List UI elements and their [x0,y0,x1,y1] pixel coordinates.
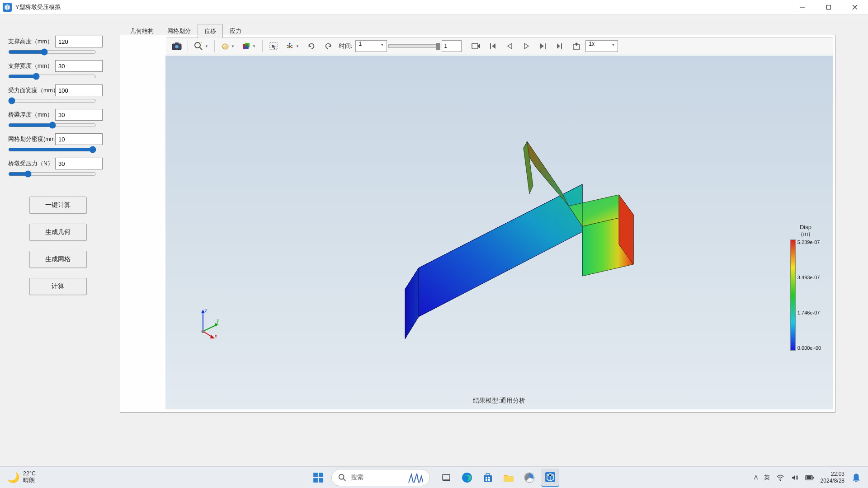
param-slider-force-face-width[interactable] [8,97,96,104]
export-animation-button[interactable] [569,38,584,54]
notification-icon[interactable] [851,472,862,483]
viewport-frame: ▼ ▼ ▼ ▼ 时间: 1▼ 1x▼ [120,35,835,413]
next-frame-button[interactable] [535,38,551,54]
svg-marker-24 [419,184,582,317]
wifi-icon[interactable] [776,474,784,482]
param-slider-beam-thickness[interactable] [8,122,96,129]
prev-frame-button[interactable] [502,38,517,54]
record-button[interactable] [468,38,484,54]
speed-select[interactable]: 1x▼ [585,40,618,52]
volume-icon[interactable] [791,474,799,482]
app-content: 支撑高度（mm） 支撑宽度（mm） 受力面宽度（mm） 桥梁厚度（mm） [0,15,868,466]
search-art-icon [408,472,423,483]
legend-tick: 3.493e-07 [797,275,821,280]
svg-rect-49 [443,474,450,480]
current-app-icon[interactable] [541,469,559,487]
svg-rect-18 [472,43,478,49]
param-input-mesh-density[interactable] [55,133,103,145]
first-frame-button[interactable] [485,38,500,54]
svg-rect-53 [486,474,490,476]
select-mode-button[interactable] [266,38,281,54]
param-input-pier-pressure[interactable] [55,158,103,169]
svg-rect-54 [486,477,487,479]
start-button[interactable] [309,469,328,487]
svg-rect-56 [486,479,487,481]
task-view-button[interactable] [437,469,455,487]
taskbar-clock[interactable]: 22:03 2024/8/28 [821,471,844,484]
transparency-button[interactable]: ▼ [239,38,259,54]
legend-tick: 1.746e-07 [797,310,821,315]
play-button[interactable] [519,38,534,54]
tab-displacement[interactable]: 位移 [198,24,223,38]
legend-tick: 5.239e-07 [797,239,821,245]
svg-rect-46 [319,478,323,483]
ime-indicator[interactable]: 英 [764,474,770,482]
one-click-compute-button[interactable]: 一键计算 [29,197,87,214]
svg-rect-50 [443,480,450,481]
svg-line-8 [200,47,202,50]
close-button[interactable] [842,0,868,15]
clock-date: 2024/8/28 [821,478,844,484]
param-slider-mesh-density[interactable] [8,146,96,153]
param-pier-pressure: 桥墩受压力（N） [8,158,108,178]
svg-line-35 [203,325,217,331]
weather-cond: 晴朗 [23,477,36,484]
edge-browser-icon[interactable] [458,469,476,487]
generate-geometry-button[interactable]: 生成几何 [29,224,87,241]
param-input-support-width[interactable] [55,60,103,72]
svg-line-48 [344,479,346,481]
param-force-face-width: 受力面宽度（mm） [8,84,108,105]
param-label: 网格划分密度(mm) [8,136,53,143]
maximize-button[interactable] [816,0,842,15]
compute-button[interactable]: 计算 [29,278,87,295]
svg-point-10 [223,45,226,47]
taskbar-weather[interactable]: 🌙 22°C 晴朗 [7,470,36,484]
param-slider-pier-pressure[interactable] [8,170,96,178]
svg-marker-38 [210,335,215,338]
moon-icon: 🌙 [7,472,19,483]
go-to-view-button[interactable]: ▼ [283,38,302,54]
legend-title-2: （m） [797,230,814,238]
param-input-beam-thickness[interactable] [55,109,103,121]
time-select[interactable]: 1▼ [355,40,387,52]
file-explorer-icon[interactable] [500,469,518,487]
time-spinner[interactable] [442,40,462,52]
snapshot-button[interactable] [169,38,184,54]
system-tray: ᐱ 英 22:03 2024/8/28 [754,471,868,484]
last-frame-button[interactable] [552,38,567,54]
minimize-button[interactable] [789,0,816,15]
clock-time: 22:03 [821,471,844,477]
color-legend: Disp （m） 5.239e-07 3.493e-07 1.746e-07 0… [788,224,824,351]
svg-marker-25 [405,268,419,339]
rotate-ccw-button[interactable] [321,38,336,54]
time-slider[interactable] [388,44,440,48]
zoom-extents-button[interactable]: ▼ [191,38,211,54]
generate-mesh-button[interactable]: 生成网格 [29,251,87,268]
param-slider-support-width[interactable] [8,73,96,80]
parameter-panel: 支撑高度（mm） 支撑宽度（mm） 受力面宽度（mm） 桥梁厚度（mm） [8,36,108,295]
scene-light-button[interactable]: ▼ [218,38,238,54]
param-label: 支撑高度（mm） [8,38,53,46]
svg-text:z: z [205,308,207,313]
svg-marker-34 [201,310,205,313]
param-input-force-face-width[interactable] [55,84,103,96]
viewport-caption: 结果模型:通用分析 [165,397,833,405]
weather-temp: 22°C [23,470,36,477]
time-label: 时间: [339,42,352,50]
rotate-cw-button[interactable] [304,38,319,54]
windows-taskbar: 🌙 22°C 晴朗 搜索 ᐱ 英 22:03 202 [0,466,868,488]
microsoft-store-icon[interactable] [479,469,497,487]
svg-rect-43 [313,473,318,477]
app-icon-1[interactable] [520,469,538,487]
param-slider-support-height[interactable] [8,48,96,56]
graphics-toolbar: ▼ ▼ ▼ ▼ 时间: 1▼ 1x▼ [166,37,833,55]
battery-icon[interactable] [805,474,814,481]
taskbar-search[interactable]: 搜索 [331,469,430,486]
svg-point-61 [779,479,781,481]
param-input-support-height[interactable] [55,36,103,47]
viewport-3d[interactable]: z y x Disp （m） 5.239e-07 3.493e-07 1.746… [165,56,833,409]
svg-rect-57 [488,479,490,481]
tray-chevron-icon[interactable]: ᐱ [754,474,758,481]
svg-rect-55 [488,477,490,479]
svg-rect-20 [545,43,546,49]
